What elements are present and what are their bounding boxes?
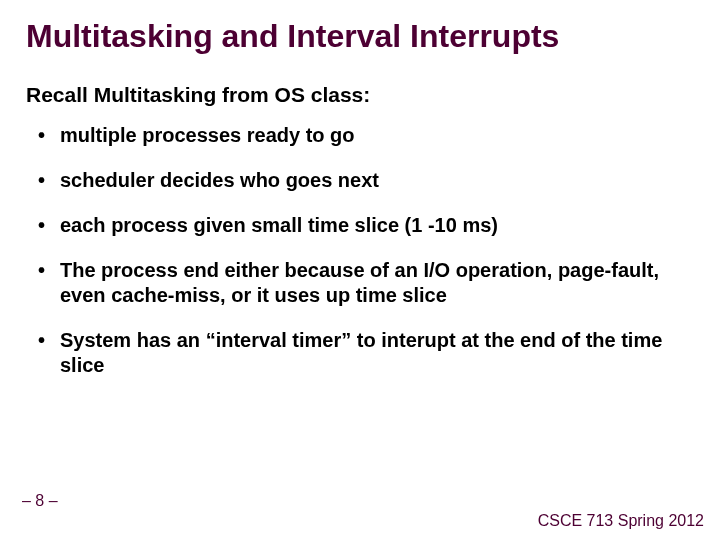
bullet-list: multiple processes ready to go scheduler…: [26, 123, 698, 378]
course-label: CSCE 713 Spring 2012: [538, 512, 704, 530]
page-number: – 8 –: [22, 492, 58, 510]
subhead: Recall Multitasking from OS class:: [26, 83, 698, 107]
list-item: each process given small time slice (1 -…: [32, 213, 698, 238]
slide-title: Multitasking and Interval Interrupts: [26, 18, 698, 55]
list-item: scheduler decides who goes next: [32, 168, 698, 193]
list-item: System has an “interval timer” to interu…: [32, 328, 698, 378]
slide: Multitasking and Interval Interrupts Rec…: [0, 0, 720, 540]
list-item: The process end either because of an I/O…: [32, 258, 698, 308]
list-item: multiple processes ready to go: [32, 123, 698, 148]
